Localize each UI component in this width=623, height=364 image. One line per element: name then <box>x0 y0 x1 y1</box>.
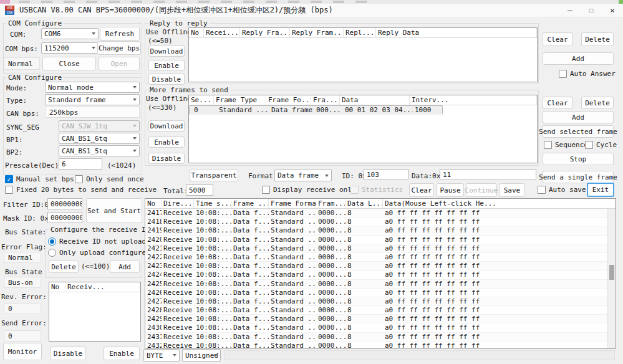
column-header[interactable]: Time s... <box>194 199 231 208</box>
transparent-button[interactable]: Transparent <box>190 170 238 181</box>
receive-id-delete-button[interactable]: Delete <box>49 261 79 273</box>
column-header[interactable]: Frame Fo... <box>266 95 311 105</box>
reply-download-button[interactable]: Download <box>148 46 185 57</box>
receive-id-enable-button[interactable]: Enable <box>104 347 140 360</box>
reply-enable-button[interactable]: Enable <box>148 60 185 71</box>
table-row[interactable]: 2428Receive10:08:...Data f...Standard ..… <box>145 306 616 315</box>
com-port-select[interactable]: COM6 <box>41 28 99 39</box>
column-header[interactable]: Fra... <box>311 95 340 105</box>
display-receive-only-checkbox[interactable]: Display receive only <box>262 186 355 194</box>
column-header[interactable]: No <box>49 282 65 292</box>
background-artifact <box>19 1 368 3</box>
table-cell: 000... <box>314 106 343 115</box>
com-close-button[interactable]: Close <box>42 57 96 70</box>
table-row[interactable]: 2421Receive10:08:...Data f...Standard ..… <box>145 244 616 253</box>
prescale-input[interactable]: 6 <box>59 158 102 170</box>
set-and-start-button[interactable]: Set and Start <box>86 198 142 223</box>
column-header[interactable]: Data(Mouse Left-click He... <box>383 199 616 208</box>
table-row[interactable]: 0Standard ...Data frame000...00 01 02 03… <box>189 105 443 115</box>
table-row[interactable]: 2418Receive10:08:...Data f...Standard ..… <box>145 218 616 226</box>
auto-answer-checkbox[interactable]: Auto Answer <box>559 70 616 78</box>
bp1-select[interactable]: CAN_BS1_6tq <box>59 133 140 144</box>
column-header[interactable]: Reply Fram... <box>290 28 344 37</box>
only-send-once-checkbox[interactable]: Only send once <box>75 175 144 183</box>
table-row[interactable]: 2423Receive10:08:...Data f...Standard ..… <box>145 262 616 271</box>
type-select[interactable]: Standard frame <box>45 94 140 105</box>
column-header[interactable]: No <box>189 28 204 37</box>
reply-disable-button[interactable]: Disable <box>148 74 185 85</box>
column-header[interactable]: Receiv... <box>65 282 140 292</box>
table-row[interactable]: 2426Receive10:08:...Data f...Standard ..… <box>145 289 616 297</box>
frames-delete-button[interactable]: Delete <box>581 97 614 109</box>
table-row[interactable]: 2422Receive10:08:...Data f...Standard ..… <box>145 253 616 262</box>
table-row[interactable]: 2432Receive10:08:...Data f...Standard ..… <box>145 342 616 349</box>
com-bps-select[interactable]: 115200 <box>41 42 99 54</box>
filter-id-input[interactable]: 00000000 <box>47 198 82 209</box>
data-input[interactable]: 11 <box>440 169 536 180</box>
frames-add-button[interactable]: Add <box>543 111 614 123</box>
send-selected-frame-button[interactable]: Send selected frame <box>543 125 614 138</box>
stop-button[interactable]: Stop <box>543 153 614 165</box>
id-input[interactable]: 103 <box>364 169 408 180</box>
reply-delete-button[interactable]: Delete <box>581 32 614 46</box>
column-header[interactable]: Frame ... <box>231 199 269 208</box>
fixed-20-bytes-checkbox[interactable]: Fixed 20 bytes to send and receive <box>5 186 157 194</box>
vertical-scrollbar[interactable] <box>607 209 616 348</box>
total-input[interactable]: 5000 <box>186 184 213 196</box>
format-select[interactable]: Data frame <box>274 170 332 181</box>
byte-select[interactable]: BYTE <box>143 349 180 362</box>
reply-clear-button[interactable]: Clear <box>543 32 572 46</box>
column-header[interactable]: Fram... <box>316 199 345 208</box>
column-header[interactable]: Data L... <box>345 199 383 208</box>
reply-add-button[interactable]: Add <box>543 52 614 65</box>
change-bps-button[interactable]: Change bps <box>97 41 141 55</box>
column-header[interactable]: Repl... <box>344 28 376 37</box>
table-row[interactable]: 2427Receive10:08:...Data f...Standard ..… <box>145 297 616 306</box>
table-row[interactable]: 2424Receive10:08:...Data f...Standard ..… <box>145 271 616 279</box>
sequence-checkbox[interactable]: Sequence <box>544 141 588 149</box>
recv-clear-button[interactable]: Clear <box>409 183 434 197</box>
table-cell: 0000... <box>316 262 345 270</box>
column-header[interactable]: Frame Type <box>214 95 266 105</box>
monitor-button[interactable]: Monitor <box>3 343 42 360</box>
maximize-button[interactable]: □ <box>581 4 602 17</box>
save-button[interactable]: Save <box>499 183 525 197</box>
frames-download-button[interactable]: Download <box>148 120 185 132</box>
receive-id-disable-button[interactable]: Disable <box>50 347 86 360</box>
table-row[interactable]: 2417Receive10:08:...Data f...Standard ..… <box>145 209 616 218</box>
manual-set-bps-checkbox[interactable]: Manual set bps <box>5 175 74 183</box>
column-header[interactable]: Dire... <box>162 199 194 208</box>
mode-select[interactable]: Normal mode <box>45 82 140 93</box>
frames-enable-button[interactable]: Enable <box>148 136 185 148</box>
auto-save-checkbox[interactable]: Auto save <box>538 186 586 194</box>
column-header[interactable]: Interv... <box>410 95 537 105</box>
receive-id-add-button[interactable]: Add <box>110 261 140 273</box>
unsigned-select[interactable]: Unsigned <box>182 349 221 362</box>
table-row[interactable]: 2419Receive10:08:...Data f...Standard ..… <box>145 226 616 235</box>
close-button[interactable]: × <box>602 4 623 17</box>
table-row[interactable]: 2425Receive10:08:...Data f...Standard ..… <box>145 280 616 289</box>
minimize-button[interactable]: – <box>559 4 581 17</box>
table-row[interactable]: 2420Receive10:08:...Data f...Standard ..… <box>145 236 616 244</box>
column-header[interactable]: Se... <box>189 95 214 105</box>
cycle-checkbox[interactable]: Cycle <box>585 141 617 149</box>
bp2-select[interactable]: CAN_BS1_5tq <box>59 145 140 156</box>
pause-button[interactable]: Pause <box>437 183 464 197</box>
column-header[interactable]: Recei... <box>204 28 240 37</box>
frames-disable-button[interactable]: Disable <box>148 153 185 164</box>
scrollbar-thumb[interactable] <box>609 265 614 280</box>
table-row[interactable]: 2431Receive10:08:...Data f...Standard ..… <box>145 333 616 342</box>
column-header[interactable]: Data <box>340 95 410 105</box>
refresh-button[interactable]: Refresh <box>100 27 140 41</box>
mask-id-input[interactable]: 00000000 <box>47 212 82 223</box>
table-row[interactable]: 2429Receive10:08:...Data f...Standard ..… <box>145 315 616 323</box>
send-single-frame-button[interactable]: Send a single frame <box>543 171 614 183</box>
column-header[interactable]: No <box>145 199 162 208</box>
column-header[interactable]: Reply Data <box>376 28 537 37</box>
column-header[interactable]: Frame Format <box>269 199 316 208</box>
table-row[interactable]: 2430Receive10:08:...Data f...Standard ..… <box>145 323 616 332</box>
column-header[interactable]: Reply Fra... <box>240 28 290 37</box>
frames-clear-button[interactable]: Clear <box>543 97 572 109</box>
receive-id-not-uploaded-radio[interactable]: Receive ID not uploaded <box>48 237 154 246</box>
exit-button[interactable]: Exit <box>587 183 614 197</box>
